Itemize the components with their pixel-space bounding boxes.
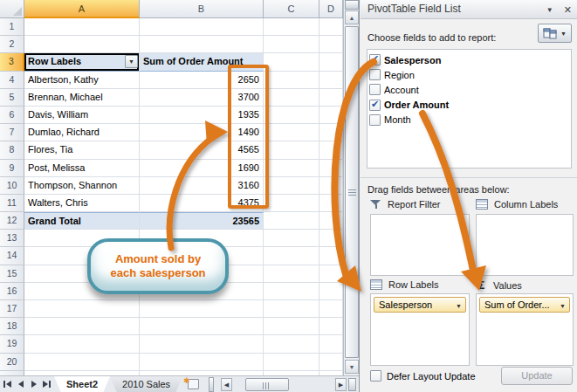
field-list-box[interactable]: SalespersonRegionAccountOrder AmountMont… bbox=[367, 49, 572, 168]
cell-C10[interactable] bbox=[264, 177, 319, 195]
cell-C19[interactable] bbox=[264, 335, 319, 353]
cell-B6[interactable]: 1935 bbox=[140, 107, 264, 124]
row-header-6[interactable]: 6 bbox=[0, 107, 24, 124]
scroll-left-button[interactable]: ◀ bbox=[221, 378, 232, 391]
cell-D7[interactable] bbox=[319, 124, 343, 141]
row-labels-field-pill[interactable]: Salesperson ▼ bbox=[374, 297, 466, 313]
cell-A3[interactable]: Row Labels▼ bbox=[24, 53, 140, 71]
row-header-13[interactable]: 13 bbox=[0, 230, 24, 247]
field-item-salesperson[interactable]: Salesperson bbox=[369, 52, 569, 67]
row-labels-dropzone[interactable]: Salesperson ▼ bbox=[370, 293, 470, 366]
vertical-split-handle[interactable] bbox=[345, 0, 359, 10]
scroll-up-button[interactable]: ▲ bbox=[345, 10, 359, 24]
column-labels-dropzone[interactable] bbox=[476, 214, 574, 276]
cell-C16[interactable] bbox=[264, 283, 319, 300]
cell-A5[interactable]: Brennan, Michael bbox=[24, 89, 140, 107]
cell-A8[interactable]: Flores, Tia bbox=[24, 141, 140, 159]
cell-D5[interactable] bbox=[319, 89, 343, 107]
pane-layout-button[interactable]: ▼ bbox=[538, 24, 572, 43]
values-field-pill[interactable]: Sum of Order... ▼ bbox=[479, 297, 570, 313]
cell-D6[interactable] bbox=[319, 107, 343, 124]
pane-close-icon[interactable]: ✕ bbox=[564, 1, 572, 19]
cell-A16[interactable] bbox=[24, 283, 140, 300]
column-header-B[interactable]: B bbox=[140, 0, 264, 18]
cell-B2[interactable] bbox=[140, 36, 264, 53]
row-header-20[interactable]: 20 bbox=[0, 354, 24, 371]
cell-D12[interactable] bbox=[319, 212, 343, 230]
cell-B20[interactable] bbox=[140, 354, 264, 371]
cell-A4[interactable]: Albertson, Kathy bbox=[24, 72, 140, 89]
pill-caret-icon[interactable]: ▼ bbox=[560, 303, 566, 309]
cell-A17[interactable] bbox=[24, 300, 140, 318]
cell-C11[interactable] bbox=[264, 195, 319, 212]
cell-D16[interactable] bbox=[319, 283, 343, 300]
cell-D1[interactable] bbox=[319, 18, 343, 36]
row-header-16[interactable]: 16 bbox=[0, 283, 24, 300]
cell-D4[interactable] bbox=[319, 72, 343, 89]
cell-D20[interactable] bbox=[319, 354, 343, 371]
cell-C20[interactable] bbox=[264, 354, 319, 371]
cell-A12[interactable]: Grand Total bbox=[24, 212, 140, 230]
cell-B11[interactable]: 4375 bbox=[140, 195, 264, 212]
cell-C12[interactable] bbox=[264, 212, 319, 230]
cell-B7[interactable]: 1490 bbox=[140, 124, 264, 141]
cell-C15[interactable] bbox=[264, 265, 319, 283]
cell-A15[interactable] bbox=[24, 265, 140, 283]
cell-A7[interactable]: Dumlao, Richard bbox=[24, 124, 140, 141]
row-header-11[interactable]: 11 bbox=[0, 195, 24, 212]
column-header-C[interactable]: C bbox=[264, 0, 319, 18]
cell-A11[interactable]: Walters, Chris bbox=[24, 195, 140, 212]
row-header-18[interactable]: 18 bbox=[0, 318, 24, 335]
cell-A2[interactable] bbox=[24, 36, 140, 53]
cell-C18[interactable] bbox=[264, 318, 319, 335]
cell-B13[interactable] bbox=[140, 230, 264, 247]
cell-D10[interactable] bbox=[319, 177, 343, 195]
field-checkbox[interactable] bbox=[369, 69, 381, 80]
row-header-3[interactable]: 3 bbox=[0, 53, 24, 71]
insert-worksheet-button[interactable]: ✱ bbox=[185, 379, 203, 391]
cell-C6[interactable] bbox=[264, 107, 319, 124]
cell-A9[interactable]: Post, Melissa bbox=[24, 160, 140, 177]
cell-B1[interactable] bbox=[140, 18, 264, 36]
field-item-order-amount[interactable]: Order Amount bbox=[369, 98, 569, 113]
cell-B12[interactable]: 23565 bbox=[140, 212, 264, 230]
cell-C3[interactable] bbox=[264, 53, 319, 71]
cell-B16[interactable] bbox=[140, 283, 264, 300]
cell-D3[interactable] bbox=[319, 53, 343, 71]
next-sheet-button[interactable] bbox=[28, 378, 39, 390]
cell-B10[interactable]: 3160 bbox=[140, 177, 264, 195]
previous-sheet-button[interactable] bbox=[15, 378, 26, 390]
filter-dropdown-button[interactable]: ▼ bbox=[125, 55, 138, 68]
cell-C4[interactable] bbox=[264, 72, 319, 89]
cell-C8[interactable] bbox=[264, 141, 319, 159]
horizontal-scroll-thumb[interactable] bbox=[245, 378, 289, 391]
row-header-17[interactable]: 17 bbox=[0, 300, 24, 318]
cell-A20[interactable] bbox=[24, 354, 140, 371]
scroll-down-button[interactable]: ▼ bbox=[345, 360, 359, 374]
sheet-tab-2010-sales[interactable]: 2010 Sales bbox=[110, 376, 182, 392]
cell-C5[interactable] bbox=[264, 89, 319, 107]
cell-D18[interactable] bbox=[319, 318, 343, 335]
column-header-A[interactable]: A bbox=[24, 0, 140, 18]
first-sheet-button[interactable] bbox=[2, 378, 13, 390]
cell-C2[interactable] bbox=[264, 36, 319, 53]
row-header-12[interactable]: 12 bbox=[0, 212, 24, 230]
row-header-2[interactable]: 2 bbox=[0, 36, 24, 53]
cell-D2[interactable] bbox=[319, 36, 343, 53]
vertical-scroll-thumb[interactable] bbox=[345, 26, 359, 358]
cell-C9[interactable] bbox=[264, 160, 319, 177]
cell-A18[interactable] bbox=[24, 318, 140, 335]
row-header-10[interactable]: 10 bbox=[0, 177, 24, 195]
row-header-1[interactable]: 1 bbox=[0, 18, 24, 36]
update-button[interactable]: Update bbox=[501, 367, 573, 385]
cell-B18[interactable] bbox=[140, 318, 264, 335]
cell-B3[interactable]: Sum of Order Amount bbox=[140, 53, 264, 71]
cell-B4[interactable]: 2650 bbox=[140, 72, 264, 89]
pill-caret-icon[interactable]: ▼ bbox=[456, 303, 462, 309]
sheet-tab-sheet2[interactable]: Sheet2 bbox=[54, 376, 110, 392]
field-checkbox[interactable] bbox=[369, 100, 381, 111]
field-checkbox[interactable] bbox=[369, 54, 381, 65]
cell-B14[interactable] bbox=[140, 247, 264, 265]
cell-C1[interactable] bbox=[264, 18, 319, 36]
field-item-region[interactable]: Region bbox=[369, 67, 569, 82]
